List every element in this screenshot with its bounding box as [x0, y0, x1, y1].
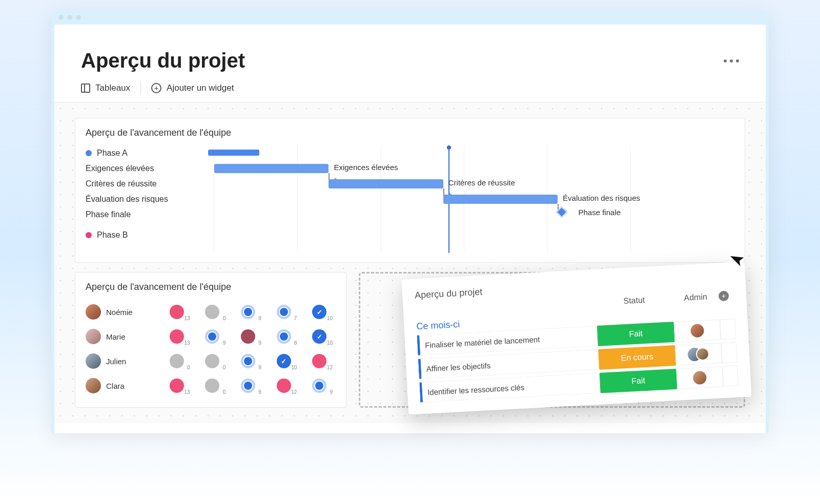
gantt-bar-label: Phase finale: [579, 208, 621, 217]
status-bubble[interactable]: [277, 379, 291, 393]
status-bubble[interactable]: [205, 379, 219, 393]
member-name: Noémie: [106, 308, 133, 317]
status-badge[interactable]: Fait: [597, 322, 675, 346]
team-table: Noémie 13 0 9 7 ✓10 Marie: [86, 300, 336, 398]
bubble-count: 8: [294, 340, 297, 346]
gantt-bar[interactable]: [214, 164, 329, 173]
gantt-bar-label: Exigences élevées: [334, 163, 398, 172]
status-bubble[interactable]: [205, 329, 219, 344]
table-row: Clara 13 0 9 12 9: [86, 373, 336, 398]
col-status-label: Statut: [596, 294, 673, 307]
tableaux-button[interactable]: Tableaux: [81, 83, 130, 93]
phase-a-row: Phase A: [86, 145, 214, 161]
gantt-bar-label: Évaluation des risques: [563, 194, 640, 202]
status-bubble[interactable]: ✓: [312, 329, 326, 344]
add-widget-button[interactable]: + Ajouter un widget: [151, 83, 234, 93]
empty-cell[interactable]: [722, 366, 739, 387]
status-bubble[interactable]: [241, 329, 255, 344]
table-row: Marie 13 9 9 8 ✓10: [86, 324, 336, 349]
plus-circle-icon: +: [151, 83, 161, 93]
status-bubble[interactable]: ✓: [312, 305, 326, 319]
bubble-count: 9: [258, 389, 261, 395]
bubble-count: 9: [223, 340, 226, 346]
gantt-bar[interactable]: [329, 179, 443, 188]
more-icon: [724, 59, 727, 62]
phase-a-label: Phase A: [97, 149, 128, 158]
status-bubble[interactable]: [277, 329, 291, 344]
status-bubble[interactable]: [241, 354, 255, 368]
status-bubble[interactable]: [312, 354, 326, 368]
bubble-count: 12: [291, 389, 297, 395]
bubble-count: 0: [223, 316, 226, 321]
bubble-count: 9: [258, 316, 261, 321]
gantt-widget[interactable]: Aperçu de l'avancement de l'équipe Phase…: [75, 118, 745, 263]
gantt-labels: Phase A Exigences élevées Critères de ré…: [86, 145, 214, 253]
team-widget-title: Aperçu de l'avancement de l'équipe: [86, 282, 336, 292]
page-title: Aperçu du projet: [81, 49, 245, 72]
admin-cell[interactable]: [676, 366, 723, 389]
gantt-row-label: Phase finale: [86, 210, 131, 219]
bubble-count: 10: [327, 316, 333, 321]
col-admin-label: Admin: [672, 291, 719, 303]
add-column-button[interactable]: +: [719, 290, 729, 301]
phase-dot-icon: [86, 150, 92, 156]
gantt-row-label: Évaluation des risques: [86, 195, 168, 204]
status-badge[interactable]: En cours: [598, 345, 676, 370]
bubble-count: 13: [184, 389, 190, 395]
empty-cell[interactable]: [721, 342, 737, 364]
bubble-count: 9: [258, 365, 261, 370]
avatar: [693, 371, 707, 385]
gantt-row-label: Critères de réussite: [86, 179, 157, 188]
board-icon: [81, 83, 90, 93]
status-bubble[interactable]: [205, 354, 219, 368]
avatar: [690, 324, 704, 338]
member-name: Julien: [106, 357, 126, 366]
tableaux-label: Tableaux: [95, 83, 130, 93]
toolbar-separator: [140, 81, 141, 95]
bubble-count: 13: [184, 340, 190, 346]
more-icon: [736, 59, 739, 62]
status-badge[interactable]: Fait: [600, 369, 678, 393]
bubble-count: 13: [184, 316, 190, 321]
phase-a-summary-bar[interactable]: [208, 150, 259, 156]
avatar[interactable]: [86, 353, 101, 369]
admin-cell[interactable]: [674, 319, 721, 342]
floating-task-card[interactable]: Aperçu du projet Statut Admin + Ce mois-…: [402, 262, 752, 415]
status-bubble[interactable]: [241, 305, 255, 319]
toolbar: Tableaux + Ajouter un widget: [54, 81, 766, 102]
gantt-bar-label: Critères de réussite: [448, 178, 515, 187]
mac-titlebar: [51, 10, 769, 25]
member-name: Marie: [106, 332, 126, 341]
app-frame: Aperçu du projet Tableaux + Ajouter un w…: [54, 25, 766, 433]
bubble-count: 9: [258, 340, 261, 346]
status-bubble[interactable]: [312, 379, 326, 393]
avatar[interactable]: [86, 378, 101, 393]
mac-max-dot[interactable]: [76, 15, 81, 20]
bubble-count: 12: [327, 365, 333, 370]
status-bubble[interactable]: [170, 354, 184, 368]
mac-close-dot[interactable]: [58, 15, 64, 20]
status-bubble[interactable]: [241, 379, 255, 393]
phase-dot-icon: [86, 232, 92, 238]
empty-cell[interactable]: [720, 319, 736, 340]
avatar[interactable]: [86, 304, 101, 320]
gantt-bar[interactable]: [443, 195, 558, 204]
bubble-count: 0: [223, 389, 226, 395]
gantt-row-label: Exigences élevées: [86, 164, 154, 173]
status-bubble[interactable]: [277, 305, 291, 319]
avatar[interactable]: [86, 329, 101, 344]
status-bubble[interactable]: [170, 305, 184, 319]
bubble-count: 0: [223, 365, 226, 370]
table-row: Noémie 13 0 9 7 ✓10: [86, 300, 336, 324]
mac-min-dot[interactable]: [67, 15, 72, 20]
avatar: [695, 347, 709, 361]
gantt-chart[interactable]: Exigences élevées Critères de réussite É…: [214, 145, 734, 253]
admin-cell[interactable]: [675, 343, 722, 366]
more-menu[interactable]: [724, 59, 739, 62]
status-bubble[interactable]: [205, 305, 219, 319]
status-bubble[interactable]: ✓: [277, 354, 291, 368]
member-name: Clara: [106, 382, 125, 390]
status-bubble[interactable]: [170, 379, 184, 393]
team-widget[interactable]: Aperçu de l'avancement de l'équipe Noémi…: [75, 272, 346, 408]
status-bubble[interactable]: [170, 329, 184, 344]
